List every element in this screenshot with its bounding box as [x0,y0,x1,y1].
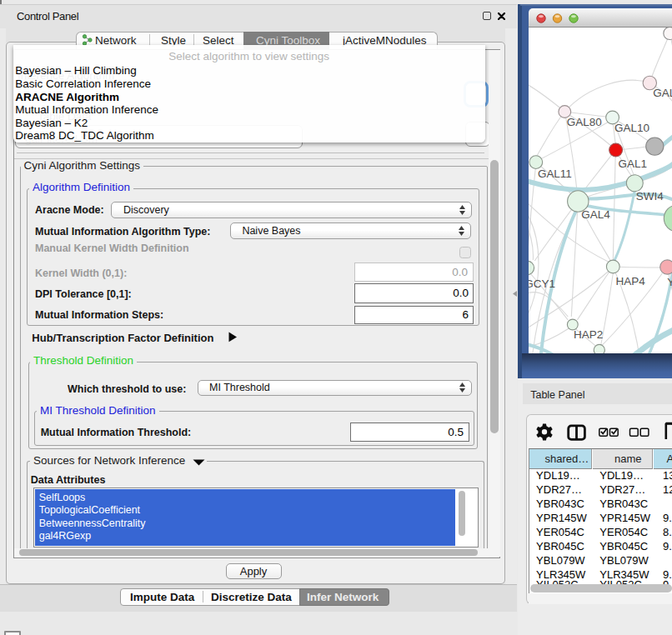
svg-text:GAL11: GAL11 [538,168,572,181]
svg-text:GAL7: GAL7 [653,87,672,99]
svg-text:GAL4: GAL4 [581,208,610,221]
svg-text:SWI4: SWI4 [635,190,663,202]
svg-text:GAL10: GAL10 [614,122,649,134]
svg-text:HAP4: HAP4 [615,275,645,288]
svg-text:HAP2: HAP2 [574,328,603,341]
svg-text:GAL1: GAL1 [618,158,646,171]
svg-text:Y: Y [667,276,672,288]
svg-text:GCY1: GCY1 [529,278,555,290]
svg-text:GAL80: GAL80 [566,116,601,128]
